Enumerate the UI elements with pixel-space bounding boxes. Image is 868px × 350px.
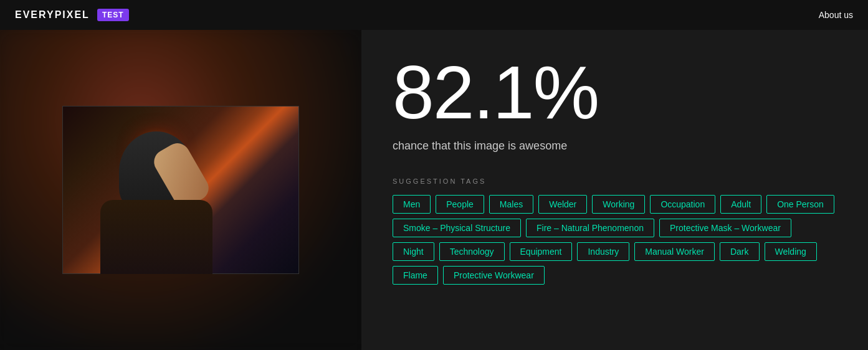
tag-item[interactable]: Flame bbox=[393, 266, 438, 285]
tag-item[interactable]: Men bbox=[393, 195, 431, 214]
header: EVERYPIXEL TEST About us bbox=[0, 0, 868, 30]
tag-item[interactable]: Welding bbox=[765, 242, 817, 261]
tag-item[interactable]: Dark bbox=[720, 242, 760, 261]
image-placeholder bbox=[62, 106, 299, 274]
tag-item[interactable]: Smoke – Physical Structure bbox=[393, 219, 521, 237]
tag-item[interactable]: Occupation bbox=[650, 195, 715, 214]
tag-item[interactable]: Protective Mask – Workwear bbox=[659, 219, 791, 237]
tag-item[interactable]: One Person bbox=[766, 195, 834, 214]
main-content: 82.1% chance that this image is awesome … bbox=[0, 30, 868, 350]
tag-item[interactable]: Working bbox=[592, 195, 645, 214]
tag-item[interactable]: Manual Worker bbox=[634, 242, 715, 261]
tag-item[interactable]: Males bbox=[489, 195, 533, 214]
tag-item[interactable]: People bbox=[436, 195, 484, 214]
subtitle: chance that this image is awesome bbox=[393, 140, 837, 153]
suggestion-tags-label: SUGGESTION TAGS bbox=[393, 177, 837, 185]
logo: EVERYPIXEL bbox=[15, 9, 90, 21]
header-left: EVERYPIXEL TEST bbox=[15, 9, 129, 21]
image-section bbox=[0, 30, 361, 350]
tag-item[interactable]: Fire – Natural Phenomenon bbox=[526, 219, 654, 237]
test-badge: TEST bbox=[97, 9, 129, 21]
tag-item[interactable]: Equipment bbox=[510, 242, 573, 261]
tag-item[interactable]: Technology bbox=[439, 242, 505, 261]
body-shape bbox=[100, 200, 212, 274]
info-section: 82.1% chance that this image is awesome … bbox=[361, 30, 868, 350]
tag-item[interactable]: Night bbox=[393, 242, 434, 261]
tag-item[interactable]: Industry bbox=[577, 242, 629, 261]
tags-container: MenPeopleMalesWelderWorkingOccupationAdu… bbox=[393, 195, 837, 285]
about-us-link[interactable]: About us bbox=[819, 10, 853, 20]
percentage-display: 82.1% bbox=[393, 55, 837, 130]
main-image bbox=[62, 106, 299, 274]
tag-item[interactable]: Welder bbox=[538, 195, 587, 214]
tag-item[interactable]: Protective Workwear bbox=[443, 266, 545, 285]
tag-item[interactable]: Adult bbox=[720, 195, 761, 214]
